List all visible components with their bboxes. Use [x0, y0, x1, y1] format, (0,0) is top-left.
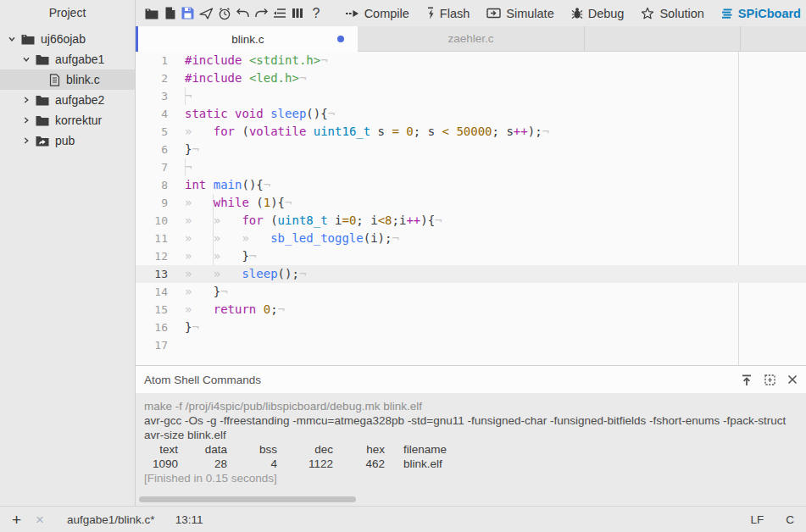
code-line[interactable]: 11» » » sb_led_toggle(i);¬ [136, 230, 806, 247]
tab-blink-c[interactable]: blink.c [136, 26, 358, 52]
line-content: » » sleep();¬ [185, 265, 306, 283]
compile-icon [346, 8, 359, 19]
tree-item-blink-c[interactable]: blink.c [0, 69, 135, 90]
line-number: 17 [136, 336, 168, 354]
size-table-header: textdatabssdechexfilename [144, 442, 806, 457]
folder-icon [21, 34, 35, 45]
line-number: 5 [136, 123, 168, 141]
tree-item-label: pub [55, 134, 75, 147]
chevron-down-icon[interactable] [7, 34, 17, 44]
new-file-icon[interactable] [161, 3, 180, 24]
tree-item-uj66ojab[interactable]: uj66ojab [0, 29, 135, 49]
close-icon[interactable]: × [36, 513, 44, 527]
code-line[interactable]: 3¬ [136, 87, 806, 105]
line-content: #include <led.h>¬ [185, 69, 306, 87]
build-output[interactable]: make -f /proj/i4spic/pub/libspicboard/de… [136, 393, 806, 506]
line-number: 4 [136, 105, 168, 123]
output-command-line: avr-size blink.elf [144, 428, 806, 442]
tree-item-pub[interactable]: pub [0, 130, 135, 151]
code-line[interactable]: 16}¬ [136, 319, 806, 336]
flash-icon [426, 7, 435, 19]
tree-item-label: aufgabe1 [55, 53, 104, 66]
tab-bar: blink.c zaehler.c [136, 26, 806, 52]
chevron-right-icon[interactable] [21, 136, 31, 146]
line-content: ¬ [185, 158, 192, 176]
code-line[interactable]: 9» while (1){¬ [136, 194, 806, 212]
sidebar-title: Project [0, 0, 135, 25]
send-icon[interactable] [197, 3, 216, 24]
tree-item-aufgabe1[interactable]: aufgabe1 [0, 49, 135, 69]
line-number: 9 [136, 194, 168, 212]
columns-icon[interactable] [289, 3, 308, 24]
line-number: 1 [136, 52, 168, 69]
solution-label: Solution [659, 7, 703, 20]
cursor-position[interactable]: 13:11 [175, 513, 203, 526]
code-line[interactable]: 1#include <stdint.h>¬ [136, 52, 806, 69]
panel-title: Atom Shell Commands [144, 374, 261, 386]
spicboard-label: SPiCboard [738, 7, 801, 20]
horizontal-scrollbar[interactable] [139, 496, 356, 502]
modified-dot-icon[interactable] [337, 36, 344, 42]
debug-button[interactable]: Debug [563, 3, 633, 24]
spicboard-button[interactable]: SPiCboard [713, 3, 806, 24]
line-content: » }¬ [185, 283, 228, 301]
tabbar-divider [740, 26, 741, 51]
output-command-line: avr-gcc -Os -g -ffreestanding -mmcu=atme… [144, 413, 806, 428]
chevron-down-icon[interactable] [21, 54, 31, 64]
statusbar-file-path[interactable]: aufgabe1/blink.c* [67, 513, 155, 526]
tab-label: blink.c [231, 33, 264, 46]
toolbar: ? Compile Flash Simulate Debug Solution [136, 0, 806, 26]
code-line[interactable]: 4static void sleep(){¬ [136, 105, 806, 123]
code-line[interactable]: 12» » }¬ [136, 247, 806, 265]
open-folder-icon[interactable] [142, 3, 161, 24]
chevron-right-icon[interactable] [21, 115, 31, 125]
code-line[interactable]: 5» for (volatile uint16_t s = 0; s < 500… [136, 123, 806, 141]
code-line[interactable]: 6}¬ [136, 141, 806, 158]
auto-indent-icon[interactable] [270, 3, 289, 24]
code-line[interactable]: 7¬ [136, 158, 806, 176]
size-table-row: 10902841122462blink.elf [144, 457, 806, 471]
code-line[interactable]: 15» return 0;¬ [136, 301, 806, 319]
project-tree: uj66ojab aufgabe1 blink.c aufgabe2 [0, 29, 135, 151]
status-bar: + × aufgabe1/blink.c* 13:11 LF C [0, 506, 806, 532]
grammar-indicator[interactable]: C [786, 513, 794, 526]
code-line[interactable]: 8int main(){¬ [136, 176, 806, 194]
code-line[interactable]: 17 [136, 336, 806, 354]
code-editor[interactable]: 1#include <stdint.h>¬2#include <led.h>¬3… [136, 52, 806, 365]
line-content: » » }¬ [185, 247, 256, 265]
line-content: }¬ [185, 141, 199, 158]
debug-icon [571, 7, 583, 19]
tree-item-label: korrektur [55, 114, 102, 127]
flash-button[interactable]: Flash [418, 3, 478, 24]
tab-zaehler-c[interactable]: zaehler.c [358, 26, 585, 51]
line-ending-indicator[interactable]: LF [750, 513, 764, 526]
code-line[interactable]: 13» » sleep();¬ [136, 265, 806, 283]
code-line[interactable]: 2#include <led.h>¬ [136, 69, 806, 87]
redo-icon[interactable] [252, 3, 270, 24]
undo-icon[interactable] [234, 3, 253, 24]
save-icon[interactable] [179, 3, 197, 24]
solution-button[interactable]: Solution [632, 3, 712, 24]
scroll-to-top-icon[interactable] [741, 374, 753, 386]
tree-item-aufgabe2[interactable]: aufgabe2 [0, 90, 135, 110]
help-icon[interactable]: ? [307, 3, 325, 24]
float-panel-icon[interactable] [764, 374, 776, 386]
timer-icon[interactable] [215, 3, 234, 24]
line-content: » while (1){¬ [185, 194, 292, 212]
simulate-label: Simulate [506, 7, 553, 20]
line-content: ¬ [185, 87, 192, 105]
simulate-button[interactable]: Simulate [478, 3, 562, 24]
add-icon[interactable]: + [12, 512, 21, 528]
code-line[interactable]: 10» » for (uint8_t i=0; i<8;i++){¬ [136, 212, 806, 230]
output-command-line: make -f /proj/i4spic/pub/libspicboard/de… [144, 399, 806, 413]
project-sidebar: Project uj66ojab aufgabe1 blink.c [0, 0, 136, 506]
chevron-right-icon[interactable] [21, 95, 31, 105]
compile-button[interactable]: Compile [337, 3, 418, 24]
debug-label: Debug [588, 7, 625, 20]
line-content: » » for (uint8_t i=0; i<8;i++){¬ [185, 212, 442, 230]
close-panel-icon[interactable] [787, 374, 798, 385]
tree-item-korrektur[interactable]: korrektur [0, 110, 135, 130]
folder-icon [36, 54, 49, 65]
code-line[interactable]: 14» }¬ [136, 283, 806, 301]
spicboard-icon [721, 8, 733, 19]
